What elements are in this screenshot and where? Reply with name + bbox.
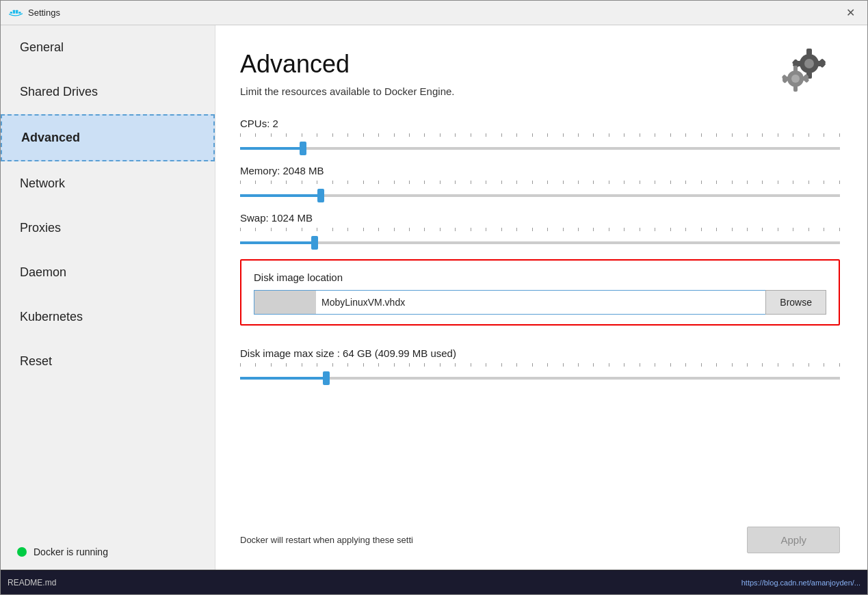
svg-point-7 (804, 59, 814, 68)
sidebar-item-proxies[interactable]: Proxies (1, 206, 215, 250)
gear-icon (778, 43, 840, 98)
disk-image-box: Disk image location MobyLinuxVM.vhdx Bro… (240, 259, 840, 326)
status-dot (17, 547, 27, 557)
sidebar-item-kubernetes[interactable]: Kubernetes (1, 295, 215, 339)
panel: Advanced Limit the resources available t… (215, 25, 867, 570)
svg-point-17 (791, 75, 800, 83)
swap-slider-section: Swap: 1024 MB (240, 212, 840, 247)
panel-footer: Docker will restart when applying these … (240, 517, 840, 553)
sidebar-item-reset[interactable]: Reset (1, 339, 215, 384)
cpu-ticks (240, 133, 840, 139)
cpu-label: CPUs: 2 (240, 118, 840, 129)
footer-note: Docker will restart when applying these … (240, 535, 413, 545)
disk-max-slider-section: Disk image max size : 64 GB (409.99 MB u… (240, 338, 840, 382)
disk-image-gray-area (254, 291, 316, 314)
svg-rect-1 (13, 10, 15, 11)
apply-button[interactable]: Apply (747, 527, 840, 553)
cpu-slider-section: CPUs: 2 (240, 118, 840, 153)
main-content: General Shared Drives Advanced Network P… (1, 25, 867, 570)
sidebar-item-shared-drives[interactable]: Shared Drives (1, 70, 215, 114)
disk-image-input[interactable]: MobyLinuxVM.vhdx (254, 290, 765, 315)
panel-title: Advanced (240, 50, 455, 79)
svg-rect-5 (18, 12, 21, 14)
status-label: Docker is running (34, 546, 108, 557)
disk-max-ticks (240, 363, 840, 369)
swap-label: Swap: 1024 MB (240, 212, 840, 224)
taskbar-right: https://blog.cadn.net/amanjoyden/... (741, 579, 860, 587)
docker-icon (9, 6, 23, 20)
panel-title-area: Advanced Limit the resources available t… (240, 50, 455, 100)
swap-ticks (240, 228, 840, 233)
svg-rect-2 (13, 12, 15, 14)
panel-header: Advanced Limit the resources available t… (240, 50, 840, 100)
svg-rect-0 (10, 12, 12, 14)
browse-button[interactable]: Browse (765, 290, 826, 315)
close-button[interactable]: ✕ (842, 5, 859, 21)
swap-slider[interactable] (240, 241, 840, 244)
sidebar-item-daemon[interactable]: Daemon (1, 250, 215, 295)
taskbar: README.md https://blog.cadn.net/amanjoyd… (1, 570, 867, 594)
sidebar-item-advanced[interactable]: Advanced (1, 114, 215, 161)
sidebar-item-network[interactable]: Network (1, 161, 215, 206)
titlebar-left: Settings (9, 6, 60, 20)
disk-image-label: Disk image location (254, 272, 826, 283)
disk-image-row: MobyLinuxVM.vhdx Browse (254, 290, 826, 315)
memory-label: Memory: 2048 MB (240, 165, 840, 176)
svg-rect-4 (16, 12, 18, 14)
svg-rect-18 (793, 66, 798, 72)
memory-ticks (240, 181, 840, 186)
docker-status: Docker is running (1, 534, 215, 570)
svg-rect-3 (16, 10, 18, 11)
memory-slider[interactable] (240, 194, 840, 197)
titlebar: Settings ✕ (1, 1, 867, 25)
panel-subtitle: Limit the resources available to Docker … (240, 84, 455, 100)
svg-rect-19 (793, 85, 798, 92)
disk-max-label: Disk image max size : 64 GB (409.99 MB u… (240, 347, 840, 359)
sidebar: General Shared Drives Advanced Network P… (1, 25, 215, 570)
sidebar-item-general[interactable]: General (1, 25, 215, 70)
settings-window: Settings ✕ General Shared Drives Advance… (0, 0, 868, 595)
svg-rect-14 (817, 60, 826, 68)
taskbar-left: README.md (8, 578, 56, 587)
window-title: Settings (28, 8, 60, 18)
memory-slider-section: Memory: 2048 MB (240, 165, 840, 200)
svg-rect-8 (806, 49, 812, 55)
disk-image-path: MobyLinuxVM.vhdx (321, 297, 405, 308)
cpu-slider[interactable] (240, 147, 840, 150)
disk-max-slider[interactable] (240, 377, 840, 380)
